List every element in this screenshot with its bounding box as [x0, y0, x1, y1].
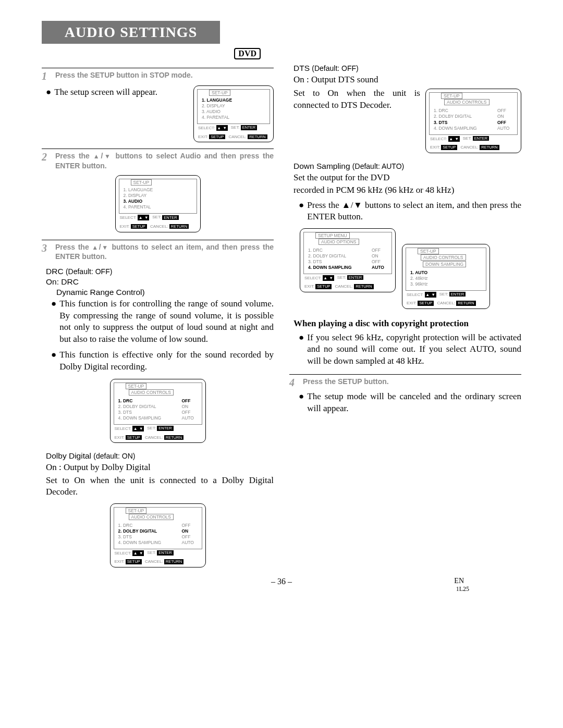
osd-subtitle: AUDIO CONTROLS	[421, 254, 466, 261]
osd-item: 3. AUDIO	[124, 199, 194, 204]
dts-para: Set to On when the unit is connected to …	[293, 88, 420, 111]
osd-item: 2. DOLBY DIGITAL	[118, 404, 182, 410]
osd-footer: SELECT: ▲▼ SET: ENTER EXIT: SETUP CANCEL…	[429, 135, 518, 151]
dvd-badge: DVD	[234, 48, 261, 59]
bullet-text: This function is for controlling the ran…	[59, 298, 274, 345]
bullet-icon: ●	[51, 298, 56, 345]
left-column: 1 Press the SETUP button in STOP mode. ●…	[42, 64, 274, 567]
osd-main-2: SET-UP 1. LANGUAGE 2. DISPLAY 3. AUDIO 4…	[115, 175, 201, 232]
osd-value: OFF	[372, 248, 389, 253]
step-number: 4	[289, 377, 299, 389]
bullet-text: If you select 96 kHz, copyright protecti…	[307, 332, 521, 367]
ds-heading: Down Sampling (Default: AUTO)	[293, 162, 521, 171]
osd-item: 4. DOWN SAMPLING	[308, 265, 372, 270]
osd-value: OFF	[182, 523, 200, 528]
osd-item: 3. DTS	[118, 410, 182, 415]
osd-main-1: SET-UP 1. LANGUAGE 2. DISPLAY 3. AUDIO 4…	[193, 85, 274, 142]
footer-lang: EN	[454, 577, 464, 585]
step-text: Press the ▲/▼ buttons to select an item,…	[55, 242, 274, 262]
step-text: Press the SETUP button.	[303, 377, 521, 387]
osd-subtitle: AUDIO CONTROLS	[129, 514, 174, 520]
osd-title: SET-UP	[131, 179, 152, 186]
osd-value: ON	[182, 528, 200, 534]
osd-footer: SELECT: ▲▼ SET: ENTER EXIT: SETUP CANCEL…	[119, 214, 197, 229]
bullet-icon: ●	[299, 332, 304, 367]
osd-subtitle: AUDIO CONTROLS	[129, 389, 174, 396]
osd-value: OFF	[182, 410, 200, 415]
osd-title: SETUP MENU	[315, 232, 350, 239]
osd-value: OFF	[372, 259, 389, 265]
osd-audio-dts: SET-UP AUDIO CONTROLS 1. DRCOFF 2. DOLBY…	[425, 89, 521, 153]
osd-item: 1. LANGUAGE	[202, 97, 267, 103]
bullet-text: Press the ▲/▼ buttons to select an item,…	[307, 200, 521, 223]
ds-para: Set the output for the DVD	[293, 172, 521, 183]
osd-value: OFF	[497, 120, 515, 126]
bullet-icon: ●	[299, 391, 304, 414]
osd-down-sampling: SET-UP AUDIO CONTROLS DOWN SAMPLING 1. A…	[402, 244, 490, 309]
osd-title: SET-UP	[126, 383, 147, 389]
osd-value: OFF	[182, 534, 200, 540]
drc-sub: Dynamic Range Control)	[56, 288, 274, 297]
step-1: 1 Press the SETUP button in STOP mode.	[42, 70, 274, 82]
dolby-on: On : Output by Dolby Digital	[46, 462, 274, 473]
osd-subtitle: AUDIO CONTROLS	[444, 99, 489, 105]
osd-item: 4. PARENTAL	[124, 204, 194, 210]
osd-subtitle: AUDIO OPTIONS	[319, 239, 359, 245]
right-column: DTS (Default: OFF) On : Output DTS sound…	[289, 64, 521, 567]
osd-title: SET-UP	[418, 248, 439, 254]
osd-title: SET-UP	[441, 93, 462, 99]
osd-footer: SELECT: ▲▼ SET: ENTER EXIT: SETUP CANCEL…	[114, 425, 202, 440]
osd-subtitle-2: DOWN SAMPLING	[423, 261, 466, 267]
osd-value: OFF	[497, 108, 515, 114]
osd-item: 1. AUTO	[410, 270, 484, 276]
osd-item: 1. DRC	[434, 108, 497, 114]
osd-item: 4. PARENTAL	[202, 115, 267, 120]
page-number: – 36 –	[271, 577, 292, 586]
osd-value: OFF	[182, 398, 200, 404]
osd-item: 1. DRC	[308, 248, 372, 253]
osd-item: 3. DTS	[118, 534, 182, 540]
bullet-text: The setup screen will appear.	[54, 87, 188, 98]
osd-item: 4. DOWN SAMPLING	[118, 540, 182, 546]
osd-item: 4. DOWN SAMPLING	[118, 415, 182, 421]
osd-title: SET-UP	[209, 90, 230, 96]
page-title: AUDIO SETTINGS	[42, 21, 220, 44]
bullet-icon: ●	[51, 349, 56, 373]
osd-item: 3. DTS	[434, 120, 497, 126]
osd-footer: SELECT: ▲▼ SET: ENTER EXIT: SETUP CANCEL…	[303, 274, 392, 290]
ds-para: recorded in PCM 96 kHz (96 kHz or 48 kHz…	[293, 184, 521, 196]
osd-value: ON	[182, 404, 200, 410]
osd-value: AUTO	[182, 540, 200, 546]
step-3: 3 Press the ▲/▼ buttons to select an ite…	[42, 242, 274, 262]
osd-footer: SELECT: ▲▼ SET: ENTER EXIT: SETUP CANCEL…	[197, 124, 270, 140]
drc-on: On: DRC	[46, 277, 274, 287]
osd-item: 1. DRC	[118, 523, 182, 528]
osd-footer: SELECT: ▲▼ SET: ENTER EXIT: SETUP CANCEL…	[406, 291, 486, 306]
osd-audio-drc: SET-UP AUDIO CONTROLS 1. DRCOFF 2. DOLBY…	[110, 379, 206, 443]
osd-value: AUTO	[497, 126, 515, 131]
osd-value: AUTO	[182, 415, 200, 421]
dts-heading: DTS (Default: OFF)	[293, 64, 521, 73]
osd-item: 2. DISPLAY	[124, 193, 194, 199]
dolby-para: Set to On when the unit is connected to …	[46, 475, 274, 498]
osd-value: ON	[497, 114, 515, 119]
step-4: 4 Press the SETUP button.	[289, 377, 521, 389]
drc-heading: DRC (Default: OFF)	[46, 267, 274, 276]
osd-audio-options: SETUP MENU AUDIO OPTIONS 1. DRCOFF 2. DO…	[300, 228, 396, 292]
osd-value: ON	[372, 253, 389, 259]
step-2: 2 Press the ▲/▼ buttons to select Audio …	[42, 151, 274, 171]
dolby-heading: Dolby Digital (default: ON)	[46, 451, 274, 461]
bullet-text: This function is effective only for the …	[59, 349, 274, 373]
bullet-text: The setup mode will be canceled and the …	[307, 391, 521, 414]
step-text: Press the ▲/▼ buttons to select Audio an…	[55, 151, 274, 171]
osd-item: 4. DOWN SAMPLING	[434, 126, 497, 131]
osd-item: 2. DOLBY DIGITAL	[118, 528, 182, 534]
osd-item: 2. DOLBY DIGITAL	[308, 253, 372, 259]
osd-item: 2. 48kHz	[410, 276, 484, 281]
osd-audio-dolby: SET-UP AUDIO CONTROLS 1. DRCOFF 2. DOLBY…	[110, 503, 206, 567]
osd-item: 3. DTS	[308, 259, 372, 265]
step-number: 3	[42, 242, 51, 254]
step-text: Press the SETUP button in STOP mode.	[55, 70, 274, 80]
osd-item: 3. AUDIO	[202, 109, 267, 115]
osd-item: 2. DISPLAY	[202, 103, 267, 109]
